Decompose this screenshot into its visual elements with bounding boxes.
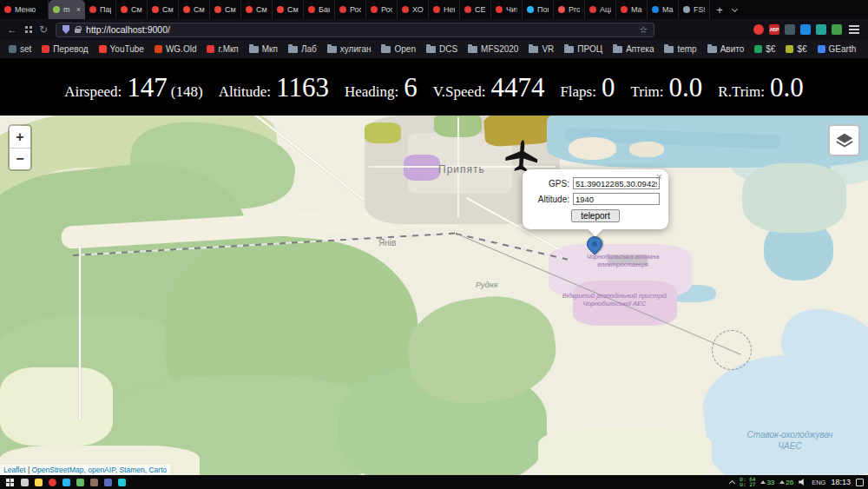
map-label-rudnia: Рудня <box>476 281 497 289</box>
language-indicator[interactable]: ENG <box>812 479 825 486</box>
bookmark-item[interactable]: set <box>9 44 31 54</box>
tab-menu[interactable]: Меню <box>0 0 49 19</box>
address-toolbar: ← ↻ ☆ ABP <box>0 19 868 40</box>
tab-item[interactable]: Нев <box>429 0 460 19</box>
tab-item[interactable]: Рос <box>335 0 366 19</box>
tab-item[interactable]: Аца <box>585 0 616 19</box>
tab-item[interactable]: Pro <box>554 0 585 19</box>
tab-item[interactable]: См <box>241 0 273 19</box>
extension-icon[interactable] <box>832 24 842 35</box>
taskbar-app-icon[interactable] <box>76 479 84 486</box>
bookmark-item[interactable]: $€ <box>754 44 775 54</box>
tab-favicon <box>433 6 440 13</box>
bookmark-folder[interactable]: Мкп <box>249 44 278 54</box>
action-center-icon[interactable] <box>856 479 864 486</box>
adblock-icon[interactable]: ABP <box>769 24 779 35</box>
tab-item[interactable]: FS9 <box>679 0 710 19</box>
layers-control[interactable] <box>828 124 860 156</box>
extension-icon[interactable] <box>753 24 764 35</box>
gps-input[interactable] <box>573 177 660 189</box>
map-sandbank <box>569 137 616 160</box>
bookmark-folder[interactable]: хулиган <box>327 44 372 54</box>
bookmark-folder[interactable]: MFS2020 <box>468 44 518 54</box>
flaps-value: 0 <box>602 74 615 101</box>
hidden-icons-chevron-icon[interactable] <box>729 479 735 486</box>
bookmark-label: set <box>20 44 31 54</box>
bookmark-folder[interactable]: ПРОЦ <box>564 44 602 54</box>
leaflet-link[interactable]: Leaflet <box>3 466 26 474</box>
tab-item[interactable]: См <box>273 0 304 19</box>
tab-item[interactable]: Чит <box>491 0 523 19</box>
tab-item[interactable]: См <box>210 0 241 19</box>
refresh-icon[interactable]: ↻ <box>39 24 48 35</box>
tab-item[interactable]: Пар <box>85 0 116 19</box>
altitude-input[interactable] <box>573 193 660 205</box>
tab-favicon <box>652 6 659 13</box>
tab-item[interactable]: СЕР <box>460 0 491 19</box>
tab-overflow-chevron-icon[interactable] <box>732 6 738 12</box>
bookmark-item[interactable]: YouTube <box>99 44 144 54</box>
extension-icon[interactable] <box>816 24 826 35</box>
bookmark-label: WG.Old <box>166 44 197 54</box>
bookmark-label: г.Мкп <box>218 44 238 54</box>
tab-item[interactable]: ХОІ <box>398 0 429 19</box>
tab-item[interactable]: Пог <box>523 0 554 19</box>
tracking-shield-icon[interactable] <box>62 25 69 34</box>
extension-icon[interactable] <box>785 24 795 35</box>
taskbar-app-icon[interactable] <box>35 479 43 486</box>
hamburger-menu-icon[interactable] <box>849 29 859 30</box>
bookmark-folder[interactable]: Аптека <box>613 44 654 54</box>
bookmark-folder[interactable]: Open <box>381 44 415 54</box>
start-button-icon[interactable] <box>6 479 10 482</box>
taskbar-app-icon[interactable] <box>104 479 112 486</box>
bookmark-item[interactable]: GEarth <box>818 44 857 54</box>
tab-item[interactable]: Ма <box>648 0 679 19</box>
url-input[interactable] <box>86 24 634 35</box>
tab-item[interactable]: См <box>148 0 179 19</box>
tile-sources-link[interactable]: OpenStreetMap, openAIP, Stamen, Carto <box>31 466 167 474</box>
map-label-switchyard: Відкритий розподільний пристрій Чорнобил… <box>554 292 675 307</box>
tab-label: Ма <box>631 5 642 14</box>
volume-icon[interactable] <box>799 479 806 486</box>
bookmark-folder[interactable]: temp <box>664 44 696 54</box>
tab-favicon <box>214 6 221 13</box>
back-icon[interactable]: ← <box>7 24 17 35</box>
url-bar[interactable]: ☆ <box>56 23 654 37</box>
bookmark-folder[interactable]: VR <box>529 44 554 54</box>
bookmark-folder[interactable]: Лаб <box>288 44 317 54</box>
close-tab-icon[interactable]: × <box>76 5 81 14</box>
teleport-button[interactable]: teleport <box>571 209 619 222</box>
taskbar-app-icon[interactable] <box>49 479 56 486</box>
tab-item[interactable]: См <box>179 0 210 19</box>
clock[interactable]: 18:13 <box>831 478 851 486</box>
network-stats: D: 64 U: 27 <box>740 477 755 488</box>
zoom-in-button[interactable]: + <box>10 126 30 148</box>
tab-item[interactable]: Рос <box>366 0 398 19</box>
tab-label: См <box>256 5 267 14</box>
app-grid-icon[interactable] <box>25 26 28 29</box>
bookmark-star-icon[interactable]: ☆ <box>639 24 648 36</box>
taskbar-app-icon[interactable] <box>118 479 126 486</box>
taskbar-app-icon[interactable] <box>21 479 29 486</box>
bookmark-item[interactable]: WG.Old <box>155 44 197 54</box>
zoom-out-button[interactable]: − <box>10 148 30 169</box>
taskbar-app-icon[interactable] <box>62 479 70 486</box>
extension-icon[interactable] <box>800 24 811 35</box>
tab-item[interactable]: См <box>116 0 148 19</box>
bookmark-folder[interactable]: Авито <box>707 44 745 54</box>
tab-item[interactable]: Ма <box>616 0 648 19</box>
bookmark-folder[interactable]: DCS <box>426 44 457 54</box>
popup-close-icon[interactable]: × <box>656 172 662 182</box>
new-tab-button[interactable]: + <box>710 0 729 19</box>
bookmark-item[interactable]: $€ <box>786 44 806 54</box>
leaflet-map[interactable]: Припять Янів Рудня Чорнобильська атомна … <box>0 116 868 475</box>
tab-item[interactable]: Бан <box>304 0 335 19</box>
lock-icon <box>75 29 81 33</box>
folder-icon <box>288 46 298 53</box>
map-label-yaniv: Янів <box>378 238 396 248</box>
bookmark-item[interactable]: г.Мкп <box>207 44 238 54</box>
taskbar-app-icon[interactable] <box>90 479 98 486</box>
bookmark-item[interactable]: Перевод <box>42 44 88 54</box>
bookmark-icon <box>9 45 16 53</box>
tab-map-active[interactable]: m× <box>49 0 85 19</box>
